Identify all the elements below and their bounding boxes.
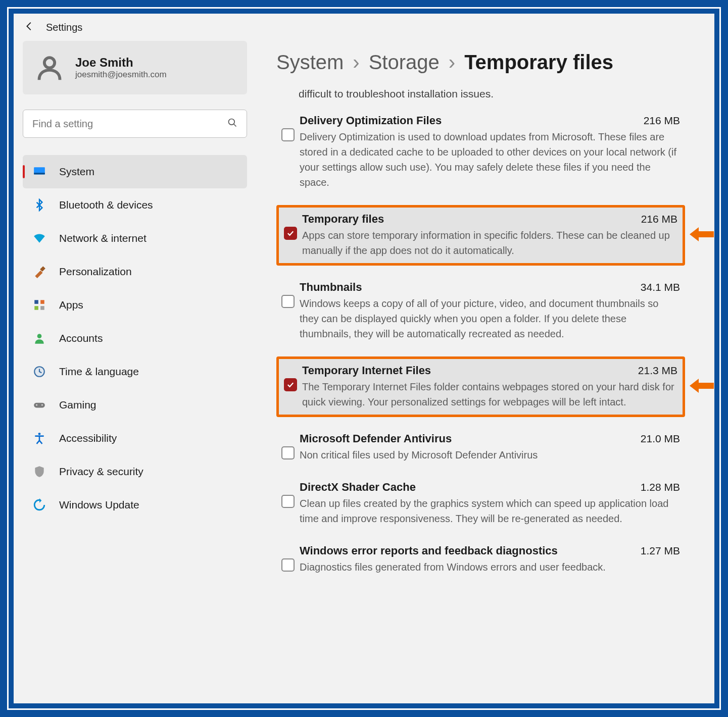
- profile-card[interactable]: Joe Smith joesmith@joesmith.com: [23, 41, 247, 94]
- sidebar-item-time-language[interactable]: Time & language: [23, 355, 247, 388]
- breadcrumb-level1[interactable]: System: [276, 51, 344, 74]
- update-icon: [33, 498, 46, 511]
- item-size: 1.27 MB: [641, 545, 680, 557]
- item-checkbox[interactable]: [284, 378, 297, 391]
- item-description: The Temporary Internet Files folder cont…: [302, 379, 677, 409]
- storage-items-list: Delivery Optimization Files216 MBDeliver…: [276, 111, 685, 578]
- item-size: 216 MB: [641, 213, 677, 225]
- back-arrow-icon[interactable]: [24, 21, 35, 34]
- callout-arrow-icon: [690, 227, 714, 243]
- sidebar-item-label: Time & language: [59, 366, 139, 378]
- titlebar: Settings: [14, 14, 714, 41]
- item-title: Temporary files: [302, 213, 384, 226]
- item-checkbox[interactable]: [281, 446, 295, 459]
- item-title: Microsoft Defender Antivirus: [300, 432, 452, 445]
- item-title: Delivery Optimization Files: [300, 114, 442, 127]
- bluetooth-icon: [33, 198, 46, 212]
- item-size: 34.1 MB: [641, 281, 680, 293]
- item-description: Delivery Optimization is used to downloa…: [300, 129, 680, 190]
- item-checkbox[interactable]: [281, 558, 295, 572]
- breadcrumb-current: Temporary files: [464, 51, 613, 74]
- item-description: Diagnostics files generated from Windows…: [300, 559, 680, 575]
- apps-icon: [33, 298, 46, 312]
- main-content: System › Storage › Temporary files diffi…: [256, 41, 714, 701]
- breadcrumb-level2[interactable]: Storage: [369, 51, 440, 74]
- item-title: DirectX Shader Cache: [300, 481, 416, 494]
- item-checkbox[interactable]: [284, 227, 297, 240]
- clock-icon: [33, 365, 46, 378]
- sidebar-item-system[interactable]: System: [23, 155, 247, 188]
- sidebar-item-privacy-security[interactable]: Privacy & security: [23, 455, 247, 488]
- item-description: Apps can store temporary information in …: [302, 228, 677, 258]
- svg-point-1: [229, 119, 235, 125]
- svg-point-0: [44, 58, 55, 68]
- storage-item: Delivery Optimization Files216 MBDeliver…: [276, 111, 685, 193]
- sidebar: Joe Smith joesmith@joesmith.com SystemBl…: [14, 41, 256, 701]
- monitor-icon: [33, 165, 46, 178]
- storage-item: Microsoft Defender Antivirus21.0 MBNon c…: [276, 429, 685, 466]
- sidebar-item-label: Apps: [59, 299, 83, 311]
- storage-item: Temporary Internet Files21.3 MBThe Tempo…: [276, 356, 685, 417]
- item-size: 216 MB: [644, 115, 680, 127]
- item-description: Clean up files created by the graphics s…: [300, 496, 680, 526]
- profile-email: joesmith@joesmith.com: [75, 70, 167, 80]
- gamepad-icon: [33, 398, 46, 412]
- sidebar-item-label: Accessibility: [59, 432, 117, 444]
- storage-item: Windows error reports and feedback diagn…: [276, 541, 685, 578]
- sidebar-item-personalization[interactable]: Personalization: [23, 255, 247, 288]
- sidebar-item-bluetooth-devices[interactable]: Bluetooth & devices: [23, 188, 247, 222]
- sidebar-item-accessibility[interactable]: Accessibility: [23, 422, 247, 455]
- item-title: Windows error reports and feedback diagn…: [300, 544, 558, 557]
- avatar-icon: [35, 53, 64, 82]
- settings-window: Settings Joe Smith joesmith@joesmith.com: [14, 14, 714, 703]
- sidebar-item-accounts[interactable]: Accounts: [23, 322, 247, 355]
- sidebar-item-label: Bluetooth & devices: [59, 199, 153, 211]
- search-box[interactable]: [23, 110, 247, 138]
- sidebar-item-label: Accounts: [59, 332, 103, 344]
- sidebar-item-network-internet[interactable]: Network & internet: [23, 222, 247, 255]
- item-checkbox[interactable]: [281, 128, 295, 141]
- wifi-icon: [33, 232, 46, 245]
- item-title: Temporary Internet Files: [302, 364, 431, 377]
- shield-icon: [33, 465, 46, 478]
- sidebar-item-label: Windows Update: [59, 499, 139, 511]
- sidebar-item-label: System: [59, 166, 94, 178]
- brush-icon: [33, 265, 46, 278]
- sidebar-item-label: Gaming: [59, 399, 96, 411]
- chevron-right-icon: ›: [449, 51, 455, 74]
- lead-text: difficult to troubleshoot installation i…: [299, 88, 685, 100]
- search-input[interactable]: [32, 118, 227, 130]
- sidebar-nav: SystemBluetooth & devicesNetwork & inter…: [23, 155, 247, 522]
- item-title: Thumbnails: [300, 281, 362, 294]
- item-checkbox[interactable]: [281, 495, 295, 508]
- profile-name: Joe Smith: [75, 56, 167, 70]
- item-size: 21.3 MB: [638, 365, 677, 377]
- item-description: Windows keeps a copy of all of your pict…: [300, 296, 680, 341]
- sidebar-item-apps[interactable]: Apps: [23, 288, 247, 322]
- item-checkbox[interactable]: [281, 295, 295, 308]
- sidebar-item-windows-update[interactable]: Windows Update: [23, 488, 247, 522]
- sidebar-item-label: Personalization: [59, 266, 132, 278]
- accessibility-icon: [33, 432, 46, 445]
- person-icon: [33, 332, 46, 345]
- storage-item: Thumbnails34.1 MBWindows keeps a copy of…: [276, 278, 685, 344]
- breadcrumb: System › Storage › Temporary files: [276, 51, 685, 74]
- sidebar-item-gaming[interactable]: Gaming: [23, 388, 247, 422]
- sidebar-item-label: Privacy & security: [59, 466, 143, 478]
- window-title: Settings: [46, 22, 82, 33]
- chevron-right-icon: ›: [353, 51, 359, 74]
- sidebar-item-label: Network & internet: [59, 232, 147, 244]
- storage-item: DirectX Shader Cache1.28 MBClean up file…: [276, 478, 685, 529]
- item-size: 21.0 MB: [641, 433, 680, 445]
- callout-arrow-icon: [690, 379, 714, 395]
- storage-item: Temporary files216 MBApps can store temp…: [276, 205, 685, 266]
- item-size: 1.28 MB: [641, 481, 680, 493]
- item-description: Non critical files used by Microsoft Def…: [300, 447, 680, 463]
- search-icon: [227, 118, 237, 130]
